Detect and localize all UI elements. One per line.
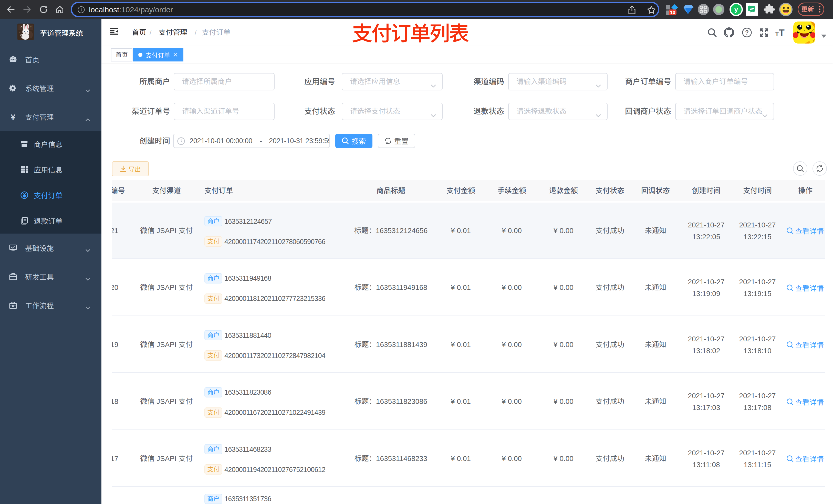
svg-text:y: y	[734, 6, 738, 13]
svg-text:10: 10	[670, 10, 675, 15]
svg-text:?: ?	[745, 29, 749, 36]
